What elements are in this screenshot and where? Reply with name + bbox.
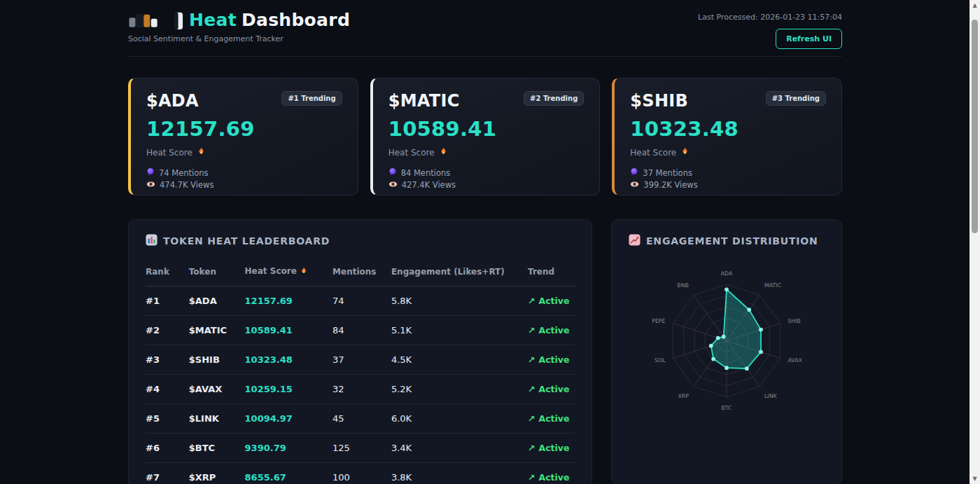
rank-cell: #4 <box>146 375 189 404</box>
trend-label: Active <box>539 354 570 365</box>
radar-axis-line <box>694 295 727 340</box>
radar-data-point <box>759 328 763 332</box>
engagement-cell: 3.8K <box>391 463 528 484</box>
radar-data-point <box>747 307 751 312</box>
engagement-title-row: ENGAGEMENT DISTRIBUTION <box>629 234 825 248</box>
radar-axis-label: BNB <box>677 282 689 289</box>
leaderboard-table: Rank Token Heat Score Mentions Engagemen… <box>146 258 575 484</box>
engagement-panel: ENGAGEMENT DISTRIBUTION ADAMATICSHIBAVAX… <box>611 219 842 484</box>
rank-cell: #5 <box>146 404 189 434</box>
leaderboard-row: #2 $MATIC 10589.41 84 5.1K ↗Active <box>146 316 575 345</box>
leaderboard-row: #3 $SHIB 10323.48 37 4.5K ↗Active <box>146 345 575 375</box>
scrollbar-thumb[interactable] <box>972 20 978 233</box>
mentions-cell: 84 <box>332 316 391 345</box>
trend-cell: ↗Active <box>528 345 575 375</box>
radar-axis-label: ADA <box>721 270 733 277</box>
trend-cell: ↗Active <box>528 286 575 316</box>
views-eye-icon <box>388 180 398 190</box>
scrollbar-down-arrow[interactable]: ▼ <box>969 473 980 484</box>
token-cell: $ADA <box>189 286 245 316</box>
page-title: HeatDashboard <box>189 10 350 30</box>
column-header-heat-score: Heat Score <box>245 258 333 286</box>
trend-up-arrow-icon: ↗ <box>528 325 535 336</box>
mentions-cell: 37 <box>332 345 391 375</box>
engagement-title: ENGAGEMENT DISTRIBUTION <box>646 235 818 247</box>
trend-label: Active <box>539 325 570 336</box>
token-cell: $MATIC <box>189 316 245 345</box>
trend-label: Active <box>539 443 570 453</box>
rank-cell: #3 <box>146 345 189 375</box>
page-subtitle: Social Sentiment & Engagement Tracker <box>128 34 350 43</box>
mentions-cell: 45 <box>332 404 391 434</box>
trend-label: Active <box>539 296 570 306</box>
mentions-icon <box>146 167 155 178</box>
radar-axis-label: XRP <box>678 393 689 399</box>
flame-icon <box>680 146 690 158</box>
flame-logo-icon <box>174 11 183 30</box>
trend-up-arrow-icon: ↗ <box>528 472 535 483</box>
card-mentions-value: 37 Mentions <box>643 168 692 178</box>
engagement-cell: 5.2K <box>391 375 528 404</box>
card-heat-score: 10323.48 <box>630 117 826 141</box>
heat-score-cell: 12157.69 <box>245 286 333 316</box>
leaderboard-row: #5 $LINK 10094.97 45 6.0K ↗Active <box>146 404 575 434</box>
leaderboard-row: #6 $BTC 9390.79 125 3.4K ↗Active <box>146 434 575 463</box>
mentions-icon <box>630 167 638 178</box>
rank-cell: #7 <box>146 463 189 484</box>
column-header-engagement: Engagement (Likes+RT) <box>391 258 528 286</box>
trending-rank-badge: #1 Trending <box>281 91 342 106</box>
token-cell: $AVAX <box>189 375 245 404</box>
radar-axis-label: MATIC <box>764 282 782 289</box>
trending-card: $SHIB #3 Trending 10323.48 Heat Score 37… <box>612 78 842 195</box>
card-views-value: 427.4K Views <box>402 180 456 190</box>
rank-cell: #6 <box>146 434 189 463</box>
trend-cell: ↗Active <box>528 375 575 404</box>
bar-chart-icon <box>146 234 158 248</box>
last-processed-timestamp: Last Processed: 2026-01-23 11:57:04 <box>698 13 842 22</box>
rank-cell: #2 <box>146 316 189 345</box>
heat-score-cell: 9390.79 <box>245 434 333 463</box>
page: HeatDashboard Social Sentiment & Engagem… <box>128 0 842 484</box>
radar-data-point <box>716 336 720 340</box>
token-cell: $LINK <box>189 404 245 434</box>
leaderboard-row: #7 $XRP 8655.67 100 3.8K ↗Active <box>146 463 575 484</box>
mentions-cell: 100 <box>332 463 391 484</box>
column-header-token: Token <box>189 258 245 286</box>
card-heat-score-label: Heat Score <box>388 146 584 158</box>
radar-data-point <box>711 357 715 361</box>
scrollbar-up-arrow[interactable]: ▲ <box>969 0 980 11</box>
card-views-value: 399.2K Views <box>643 180 697 190</box>
trend-up-arrow-icon: ↗ <box>528 296 535 306</box>
engagement-cell: 6.0K <box>391 404 528 434</box>
token-cell: $BTC <box>189 434 245 463</box>
trend-cell: ↗Active <box>528 463 575 484</box>
radar-axis-label: SOL <box>654 357 666 364</box>
leaderboard-panel: TOKEN HEAT LEADERBOARD Rank Token Heat S… <box>128 219 592 484</box>
main-content: TOKEN HEAT LEADERBOARD Rank Token Heat S… <box>128 219 842 484</box>
refresh-ui-button[interactable]: Refresh UI <box>776 29 842 49</box>
trend-cell: ↗Active <box>528 316 575 345</box>
bar-chart-logo-icon <box>128 11 169 30</box>
trend-up-arrow-icon: ↗ <box>528 384 535 394</box>
leaderboard-body: #1 $ADA 12157.69 74 5.8K ↗Active #2 $MAT… <box>146 286 575 484</box>
heat-score-cell: 10323.48 <box>245 345 333 375</box>
engagement-cell: 3.4K <box>391 434 528 463</box>
scrollbar[interactable]: ▲ ▼ <box>969 0 980 484</box>
trend-up-arrow-icon: ↗ <box>528 443 535 453</box>
page-title-rest: Dashboard <box>241 10 350 30</box>
radar-data-point <box>722 335 726 339</box>
radar-data-point <box>724 366 729 370</box>
card-heat-score-label: Heat Score <box>630 146 826 158</box>
radar-data-point <box>724 287 729 291</box>
column-header-rank: Rank <box>146 258 189 286</box>
radar-axis-label: LINK <box>764 393 778 399</box>
token-cell: $SHIB <box>189 345 245 375</box>
trend-up-arrow-icon: ↗ <box>528 354 535 365</box>
header-left: HeatDashboard Social Sentiment & Engagem… <box>128 10 350 43</box>
column-header-mentions: Mentions <box>332 258 391 286</box>
views-eye-icon <box>146 180 155 190</box>
trending-card: $ADA #1 Trending 12157.69 Heat Score 74 … <box>128 78 358 195</box>
heat-score-cell: 10589.41 <box>245 316 333 345</box>
card-token-name: $SHIB <box>630 91 688 111</box>
engagement-cell: 5.8K <box>391 286 528 316</box>
